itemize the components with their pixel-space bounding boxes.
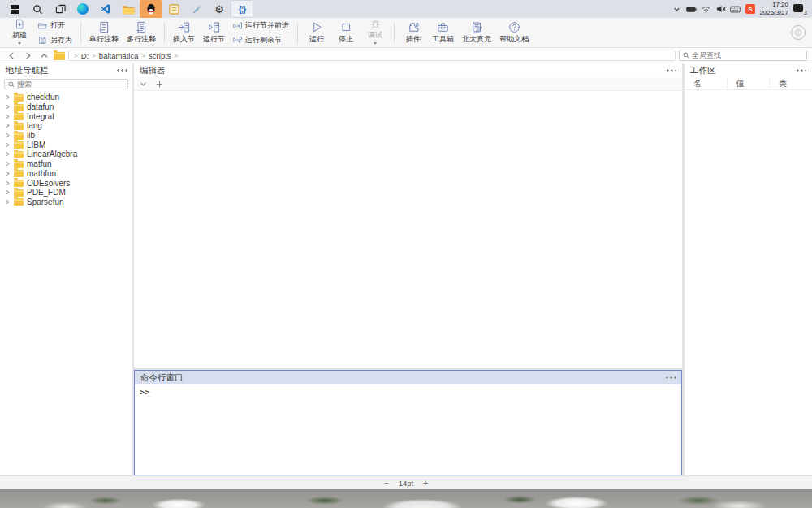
folder-icon [14, 94, 24, 102]
paint-app-button[interactable] [185, 0, 208, 18]
insert-section-button[interactable]: 插入节 [169, 19, 199, 46]
folder-tree-item[interactable]: LinearAlgebra [0, 150, 132, 159]
breadcrumb-item[interactable]: scripts [149, 51, 171, 60]
folder-tree-item[interactable]: matfun [0, 159, 132, 169]
save-as-icon [38, 36, 47, 45]
task-view-button[interactable] [49, 0, 71, 18]
chevron-right-icon [5, 171, 11, 176]
tray-chevron-button[interactable] [672, 4, 682, 15]
edge-icon [77, 3, 89, 15]
new-button[interactable]: 新建 [5, 19, 34, 46]
dropdown-caret-icon [18, 42, 21, 46]
run-section-button[interactable]: 运行节 [199, 19, 229, 46]
sidebar-search-box [4, 79, 128, 89]
global-search-input[interactable] [692, 51, 803, 59]
current-folder-icon [54, 52, 65, 60]
run-button[interactable]: 运行 [302, 19, 331, 46]
folder-tree-item[interactable]: ODEsolvers [0, 178, 132, 188]
breadcrumb-chevron: > [140, 52, 147, 59]
nav-back-button[interactable] [5, 50, 18, 62]
taskbar-search-button[interactable] [26, 0, 49, 18]
folder-tree-item[interactable]: lib [0, 131, 132, 141]
folder-icon [14, 189, 24, 197]
folder-tree-item[interactable]: PDE_FDM [0, 188, 132, 198]
command-input-area[interactable]: >> [135, 384, 681, 475]
nav-up-button[interactable] [37, 50, 50, 62]
folder-tree-item[interactable]: checkfun [0, 93, 132, 102]
file-explorer-button[interactable] [117, 0, 140, 18]
qq-button[interactable] [140, 0, 162, 18]
workspace-column-headers: 名 值 类 [685, 77, 812, 90]
run-section-icon [208, 21, 220, 33]
account-avatar[interactable] [791, 25, 806, 40]
workspace-column-header[interactable]: 值 [727, 78, 770, 89]
run-section-advance-button[interactable]: 运行节并前进 [231, 20, 292, 32]
stop-button[interactable]: 停止 [331, 19, 361, 46]
command-prompt: >> [140, 387, 150, 397]
chevron-right-icon [5, 189, 11, 195]
folder-icon [14, 170, 24, 177]
font-size-label: 14pt [399, 479, 414, 488]
debug-button[interactable]: 调试 [361, 19, 390, 46]
toolbox-button[interactable]: 工具箱 [428, 19, 458, 46]
tray-keyboard-button[interactable] [730, 4, 741, 15]
breadcrumb[interactable]: > D: > baltamatica > scripts > [68, 50, 676, 61]
beitai-zhenyuan-button[interactable]: 北太真元 [458, 19, 495, 46]
main-content: 地址导航栏 checkfun datafun [0, 63, 812, 475]
panel-menu-icon[interactable] [666, 69, 676, 72]
sidebar-search-input[interactable] [17, 80, 124, 89]
multi-comment-button[interactable]: 多行注释 [123, 19, 160, 46]
folder-tree-item[interactable]: LIBM [0, 140, 132, 150]
wifi-icon [702, 6, 710, 13]
notification-center-button[interactable]: 3 [793, 3, 807, 15]
tray-sogou-button[interactable]: S [745, 4, 755, 15]
puzzle-icon [408, 21, 420, 33]
open-button[interactable]: 打开 [36, 20, 75, 32]
folder-name: LIBM [27, 141, 45, 150]
panel-menu-icon[interactable] [665, 376, 676, 379]
chevron-right-icon [5, 142, 11, 148]
folder-tree-item[interactable]: Integral [0, 111, 132, 121]
panel-menu-icon[interactable] [116, 69, 127, 72]
panel-menu-icon[interactable] [796, 69, 806, 72]
folder-name: LinearAlgebra [27, 150, 77, 158]
folder-icon [14, 151, 24, 158]
app-toolbar: 新建 打开 另存为 单行注释 多行注释 插入节 运行节 运行节并前进 [0, 18, 812, 48]
folder-tree: checkfun datafun Integral lan [0, 93, 132, 206]
folder-tree-item[interactable]: datafun [0, 102, 132, 112]
editor-canvas[interactable] [134, 91, 682, 368]
save-as-button[interactable]: 另存为 [36, 34, 75, 46]
vscode-button[interactable] [94, 0, 117, 18]
help-docs-button[interactable]: 帮助文档 [495, 19, 533, 46]
settings-button[interactable]: ⚙ [208, 0, 231, 18]
folder-tree-item[interactable]: lang [0, 121, 132, 131]
address-nav-header: 地址导航栏 [0, 63, 132, 77]
chevron-right-icon [5, 180, 11, 186]
folder-tree-item[interactable]: Sparsefun [0, 198, 132, 207]
new-tab-button[interactable] [153, 79, 165, 89]
folder-tree-item[interactable]: mathfun [0, 169, 132, 179]
tray-volume-button[interactable] [715, 4, 726, 15]
breadcrumb-item[interactable]: D: [81, 51, 89, 60]
baltamatica-taskbar-button[interactable]: {;} [231, 0, 253, 18]
chevron-right-icon [5, 199, 11, 205]
plugins-button[interactable]: 插件 [399, 19, 428, 46]
font-decrease-button[interactable]: − [382, 479, 391, 488]
breadcrumb-item[interactable]: baltamatica [99, 51, 139, 60]
edge-browser-button[interactable] [71, 0, 94, 18]
folder-name: PDE_FDM [27, 188, 66, 197]
run-remaining-button[interactable]: 运行剩余节 [231, 34, 292, 46]
workspace-column-header[interactable]: 名 [685, 78, 727, 89]
tab-list-button[interactable] [137, 79, 149, 89]
taskbar-clock[interactable]: 17:20 2025/3/27 [759, 1, 788, 17]
sticky-notes-button[interactable] [162, 0, 185, 18]
font-increase-button[interactable]: + [421, 479, 430, 488]
nav-forward-button[interactable] [21, 50, 34, 62]
workspace-column-header[interactable]: 类 [769, 78, 812, 89]
tray-battery-button[interactable] [686, 4, 697, 15]
tray-network-button[interactable] [701, 4, 711, 15]
folder-icon [123, 4, 135, 15]
toolbar-separator [164, 22, 165, 44]
single-comment-button[interactable]: 单行注释 [85, 19, 123, 46]
start-button[interactable] [3, 0, 26, 18]
